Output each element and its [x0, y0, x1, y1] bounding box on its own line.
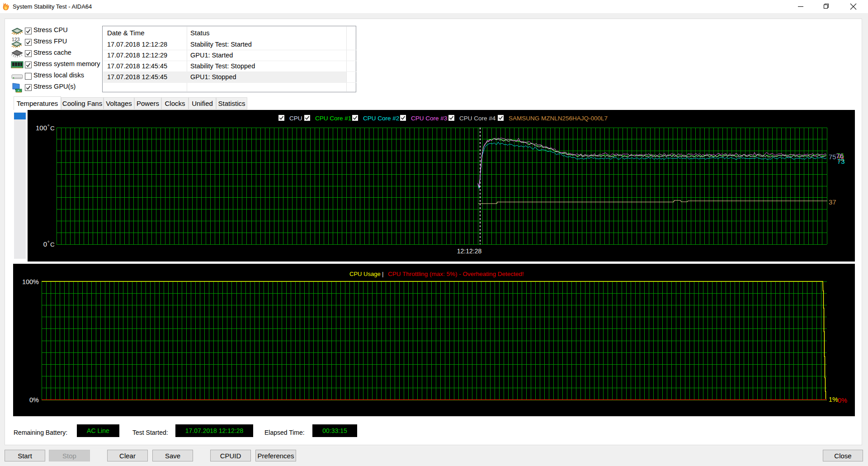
svg-text:CPU Core #1: CPU Core #1	[315, 115, 351, 122]
svg-text:100: 100	[36, 124, 47, 132]
svg-text:100%: 100%	[22, 278, 39, 285]
svg-text:1%: 1%	[829, 396, 838, 403]
svg-text:0%: 0%	[838, 397, 847, 404]
svg-text:CPU Core #4: CPU Core #4	[459, 115, 496, 122]
svg-text:CPU Usage: CPU Usage	[349, 271, 381, 277]
svg-text:CPU: CPU	[289, 115, 302, 122]
svg-text:°: °	[47, 240, 49, 245]
svg-text:CPU Core #3: CPU Core #3	[411, 115, 447, 122]
svg-text:73: 73	[837, 157, 845, 165]
svg-text:0%: 0%	[29, 396, 39, 404]
svg-text:CPU Throttling (max: 5%) - Ove: CPU Throttling (max: 5%) - Overheating D…	[388, 271, 524, 277]
svg-text:|: |	[382, 271, 384, 277]
svg-text:0: 0	[43, 240, 47, 248]
svg-text:C: C	[50, 125, 55, 132]
svg-text:12:12:28: 12:12:28	[457, 247, 482, 255]
svg-text:°: °	[47, 124, 49, 129]
svg-text:C: C	[50, 241, 55, 248]
svg-text:CPU Core #2: CPU Core #2	[363, 115, 399, 122]
svg-text:123: 123	[12, 37, 20, 42]
svg-text:SAMSUNG MZNLN256HAJQ-000L7: SAMSUNG MZNLN256HAJQ-000L7	[509, 115, 608, 122]
svg-text:37: 37	[829, 198, 836, 206]
svg-text:75: 75	[829, 153, 836, 161]
